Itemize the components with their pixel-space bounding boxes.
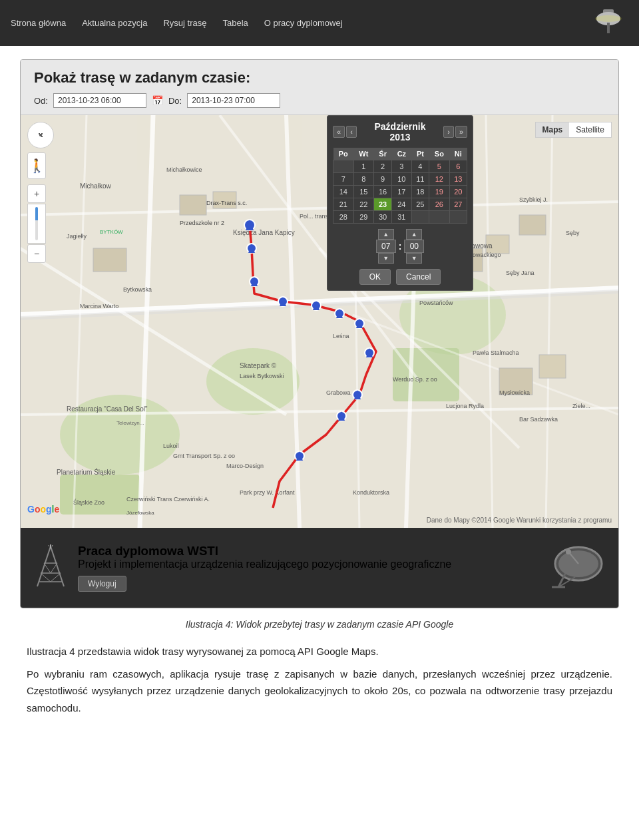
svg-text:Bar Sadzawka: Bar Sadzawka	[519, 416, 558, 423]
pan-control[interactable]	[27, 122, 54, 148]
calendar-icon-from[interactable]: 📅	[152, 95, 163, 106]
svg-rect-33	[539, 355, 566, 378]
calendar-action-buttons: OK Cancel	[333, 269, 467, 285]
hours-up[interactable]: ▲	[378, 229, 394, 240]
footer-text-block: Praca dyplomowa WSTI Projekt i implement…	[78, 544, 451, 592]
map-type-buttons: Maps Satellite	[535, 122, 612, 138]
calendar-day	[429, 211, 450, 224]
nav-about[interactable]: O pracy dyplomowej	[264, 18, 343, 28]
svg-text:Józefowska: Józefowska	[126, 510, 154, 516]
calendar-header: « ‹ Październik 2013 › »	[333, 121, 467, 142]
date-to-input[interactable]	[187, 93, 280, 108]
calendar-day[interactable]: 13	[449, 173, 467, 186]
cal-next[interactable]: ›	[443, 126, 454, 138]
svg-text:Przedszkole nr 2: Przedszkole nr 2	[180, 220, 224, 226]
logout-button[interactable]: Wyloguj	[78, 576, 126, 592]
app-footer: Praca dyplomowa WSTI Projekt i implement…	[21, 528, 618, 608]
calendar-day[interactable]: 9	[374, 173, 392, 186]
nav-table[interactable]: Tabela	[222, 18, 248, 28]
calendar-day[interactable]: 11	[411, 173, 429, 186]
cal-prev-prev[interactable]: «	[333, 126, 345, 138]
calendar-day[interactable]: 4	[411, 160, 429, 173]
svg-text:Park przy W. Korfant: Park przy W. Korfant	[240, 489, 295, 496]
svg-text:Szybkiej J.: Szybkiej J.	[519, 196, 548, 203]
calendar-day[interactable]: 25	[411, 198, 429, 211]
calendar-day[interactable]: 28	[333, 211, 354, 224]
calendar-day[interactable]: 19	[429, 186, 450, 198]
svg-rect-26	[180, 195, 206, 215]
svg-marker-95	[41, 136, 43, 140]
map-type-satellite[interactable]: Satellite	[569, 122, 611, 137]
satellite-dish-icon	[538, 537, 605, 598]
calendar-day[interactable]: 26	[429, 198, 450, 211]
svg-text:Gmt Transport Sp. z oo: Gmt Transport Sp. z oo	[173, 453, 235, 459]
calendar-day[interactable]: 10	[392, 173, 412, 186]
calendar-day[interactable]: 15	[353, 186, 374, 198]
calendar-day[interactable]: 17	[392, 186, 412, 198]
calendar-day[interactable]: 2	[374, 160, 392, 173]
svg-text:Telewizyn...: Telewizyn...	[116, 420, 144, 426]
body-paragraph-2: Po wybraniu ram czasowych, aplikacja rys…	[27, 666, 612, 717]
calendar-day[interactable]: 31	[392, 211, 412, 224]
minutes-down[interactable]: ▼	[406, 253, 422, 264]
calendar-day[interactable]: 1	[353, 160, 374, 173]
minutes-spinner: ▲ ▼	[404, 229, 424, 264]
calendar-day[interactable]: 24	[392, 198, 412, 211]
minutes-up[interactable]: ▲	[406, 229, 422, 240]
calendar-day	[449, 211, 467, 224]
calendar-year: 2013	[357, 132, 443, 142]
calendar-day[interactable]: 12	[429, 173, 450, 186]
calendar-day[interactable]: 8	[353, 173, 374, 186]
svg-rect-3	[607, 23, 610, 33]
nav-home[interactable]: Strona główna	[11, 18, 66, 28]
svg-text:Skatepark ©: Skatepark ©	[240, 362, 277, 369]
cal-prev[interactable]: ‹	[346, 126, 357, 138]
calendar-day[interactable]: 6	[449, 160, 467, 173]
date-from-input[interactable]	[53, 93, 146, 108]
map-type-map[interactable]: Maps	[536, 122, 570, 137]
zoom-in-button[interactable]: +	[27, 184, 46, 203]
calendar-day[interactable]: 5	[429, 160, 450, 173]
footer-title: Praca dyplomowa WSTI	[78, 544, 451, 558]
calendar-day[interactable]: 16	[374, 186, 392, 198]
nav-draw-route[interactable]: Rysuj trasę	[163, 18, 206, 28]
hours-input[interactable]	[376, 240, 396, 253]
calendar-ok-button[interactable]: OK	[359, 269, 391, 285]
hours-down[interactable]: ▼	[378, 253, 394, 264]
google-logo: Google	[27, 504, 59, 515]
cal-next-next[interactable]: »	[455, 126, 467, 138]
calendar-day[interactable]: 22	[353, 198, 374, 211]
calendar-month: Październik	[357, 121, 443, 132]
svg-rect-31	[519, 215, 546, 235]
pegman-icon[interactable]: 🚶	[27, 152, 46, 179]
calendar-day[interactable]: 27	[449, 198, 467, 211]
app-header: Pokaż trasę w zadanym czasie: Od: 📅 Do:	[21, 60, 618, 115]
calendar-day[interactable]: 21	[333, 198, 354, 211]
calendar-day[interactable]: 18	[411, 186, 429, 198]
calendar-day[interactable]: 29	[353, 211, 374, 224]
calendar-day[interactable]: 23	[374, 198, 392, 211]
svg-text:Konduktorska: Konduktorska	[353, 489, 389, 496]
minutes-input[interactable]	[404, 240, 424, 253]
svg-text:Werduo Sp. z oo: Werduo Sp. z oo	[393, 376, 437, 383]
calendar-nav-next: › »	[443, 126, 467, 138]
zoom-out-button[interactable]: −	[27, 244, 46, 263]
map-credits: Dane do Mapy ©2014 Google Warunki korzys…	[427, 517, 612, 524]
calendar-day[interactable]: 20	[449, 186, 467, 198]
tower-icon	[34, 543, 67, 592]
svg-marker-97	[41, 133, 46, 135]
svg-marker-96	[35, 133, 40, 135]
calendar-day[interactable]: 7	[333, 173, 354, 186]
svg-point-7	[206, 348, 300, 415]
calendar-grid: PoWtŚrCzPtSoNi 1234567891011121314151617…	[333, 148, 467, 224]
navbar: Strona główna Aktualna pozycja Rysuj tra…	[0, 0, 639, 46]
calendar-day[interactable]: 30	[374, 211, 392, 224]
svg-text:Sęby Jana: Sęby Jana	[506, 270, 534, 276]
svg-text:Michałkow: Michałkow	[80, 182, 111, 190]
nav-current-position[interactable]: Aktualna pozycja	[82, 18, 147, 28]
calendar-cancel-button[interactable]: Cancel	[396, 269, 441, 285]
calendar-day[interactable]: 14	[333, 186, 354, 198]
svg-text:Powstańców: Powstańców	[419, 300, 453, 306]
svg-line-109	[49, 545, 49, 546]
calendar-day[interactable]: 3	[392, 160, 412, 173]
